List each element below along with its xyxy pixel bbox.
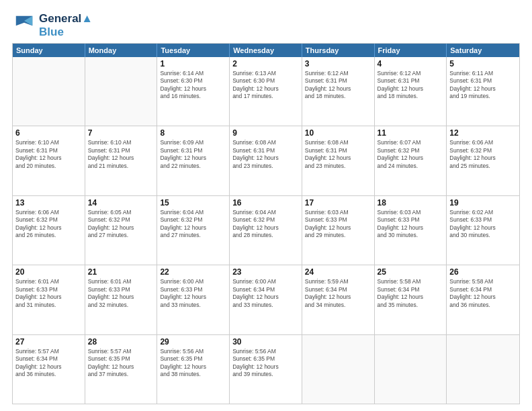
- empty-cell: [447, 335, 519, 404]
- header: General▲ Blue: [12, 12, 520, 38]
- day-number: 5: [449, 59, 517, 68]
- day-cell-3: 3Sunrise: 6:12 AMSunset: 6:31 PMDaylight…: [302, 57, 375, 126]
- day-number: 11: [378, 128, 444, 138]
- day-cell-10: 10Sunrise: 6:08 AMSunset: 6:31 PMDayligh…: [302, 126, 375, 195]
- empty-cell: [13, 57, 85, 126]
- logo-line1: General▲: [39, 12, 93, 26]
- week-row-3: 20Sunrise: 6:01 AMSunset: 6:33 PMDayligh…: [13, 265, 519, 334]
- empty-cell: [375, 335, 447, 404]
- day-info: Sunrise: 5:58 AMSunset: 6:34 PMDaylight:…: [449, 278, 517, 309]
- day-cell-19: 19Sunrise: 6:02 AMSunset: 6:33 PMDayligh…: [447, 196, 519, 265]
- empty-cell: [85, 57, 158, 126]
- day-info: Sunrise: 6:12 AMSunset: 6:31 PMDaylight:…: [378, 70, 444, 101]
- day-number: 20: [15, 267, 82, 277]
- day-info: Sunrise: 6:08 AMSunset: 6:31 PMDaylight:…: [232, 139, 299, 170]
- day-info: Sunrise: 6:04 AMSunset: 6:32 PMDaylight:…: [232, 209, 299, 240]
- day-number: 23: [232, 267, 299, 277]
- day-number: 15: [160, 198, 226, 208]
- day-number: 25: [378, 267, 444, 277]
- day-info: Sunrise: 5:57 AMSunset: 6:35 PMDaylight:…: [88, 348, 154, 379]
- svg-rect-3: [14, 27, 34, 35]
- day-cell-12: 12Sunrise: 6:06 AMSunset: 6:32 PMDayligh…: [447, 126, 519, 195]
- day-number: 26: [449, 267, 517, 277]
- day-info: Sunrise: 5:59 AMSunset: 6:34 PMDaylight:…: [305, 278, 371, 309]
- day-of-week-tuesday: Tuesday: [157, 44, 230, 57]
- week-row-2: 13Sunrise: 6:06 AMSunset: 6:32 PMDayligh…: [13, 195, 519, 265]
- day-cell-6: 6Sunrise: 6:10 AMSunset: 6:31 PMDaylight…: [13, 126, 85, 195]
- day-number: 24: [305, 267, 371, 277]
- day-info: Sunrise: 6:04 AMSunset: 6:32 PMDaylight:…: [160, 209, 226, 240]
- day-number: 28: [88, 337, 154, 347]
- day-info: Sunrise: 6:12 AMSunset: 6:31 PMDaylight:…: [305, 70, 371, 101]
- day-info: Sunrise: 6:01 AMSunset: 6:33 PMDaylight:…: [15, 278, 82, 309]
- day-cell-24: 24Sunrise: 5:59 AMSunset: 6:34 PMDayligh…: [302, 265, 375, 334]
- day-cell-15: 15Sunrise: 6:04 AMSunset: 6:32 PMDayligh…: [157, 196, 230, 265]
- day-info: Sunrise: 6:09 AMSunset: 6:31 PMDaylight:…: [160, 139, 226, 170]
- day-info: Sunrise: 6:05 AMSunset: 6:32 PMDaylight:…: [88, 209, 154, 240]
- week-row-4: 27Sunrise: 5:57 AMSunset: 6:34 PMDayligh…: [13, 334, 519, 404]
- day-info: Sunrise: 5:58 AMSunset: 6:34 PMDaylight:…: [378, 278, 444, 309]
- day-number: 17: [305, 198, 371, 208]
- day-info: Sunrise: 5:56 AMSunset: 6:35 PMDaylight:…: [160, 348, 226, 379]
- day-number: 2: [232, 59, 299, 68]
- day-cell-28: 28Sunrise: 5:57 AMSunset: 6:35 PMDayligh…: [85, 335, 158, 404]
- day-number: 18: [378, 198, 444, 208]
- day-cell-7: 7Sunrise: 6:10 AMSunset: 6:31 PMDaylight…: [85, 126, 158, 195]
- day-info: Sunrise: 6:11 AMSunset: 6:31 PMDaylight:…: [449, 70, 517, 101]
- page: General▲ Blue SundayMondayTuesdayWednesd…: [0, 0, 532, 411]
- day-cell-16: 16Sunrise: 6:04 AMSunset: 6:32 PMDayligh…: [230, 196, 302, 265]
- day-number: 19: [449, 198, 517, 208]
- day-cell-18: 18Sunrise: 6:03 AMSunset: 6:33 PMDayligh…: [375, 196, 447, 265]
- day-cell-13: 13Sunrise: 6:06 AMSunset: 6:32 PMDayligh…: [13, 196, 85, 265]
- day-number: 1: [160, 59, 226, 68]
- calendar-body: 1Sunrise: 6:14 AMSunset: 6:30 PMDaylight…: [13, 57, 519, 404]
- day-cell-17: 17Sunrise: 6:03 AMSunset: 6:33 PMDayligh…: [302, 196, 375, 265]
- day-info: Sunrise: 6:01 AMSunset: 6:33 PMDaylight:…: [88, 278, 154, 309]
- day-info: Sunrise: 6:06 AMSunset: 6:32 PMDaylight:…: [15, 209, 82, 240]
- day-cell-4: 4Sunrise: 6:12 AMSunset: 6:31 PMDaylight…: [375, 57, 447, 126]
- day-cell-21: 21Sunrise: 6:01 AMSunset: 6:33 PMDayligh…: [85, 265, 158, 334]
- day-of-week-saturday: Saturday: [447, 44, 519, 57]
- week-row-0: 1Sunrise: 6:14 AMSunset: 6:30 PMDaylight…: [13, 57, 519, 126]
- day-of-week-monday: Monday: [85, 44, 158, 57]
- logo-area: General▲ Blue: [12, 12, 93, 38]
- day-info: Sunrise: 6:13 AMSunset: 6:30 PMDaylight:…: [232, 70, 299, 101]
- logo-line2: Blue: [39, 26, 64, 38]
- day-info: Sunrise: 6:10 AMSunset: 6:31 PMDaylight:…: [15, 139, 82, 170]
- day-cell-11: 11Sunrise: 6:07 AMSunset: 6:32 PMDayligh…: [375, 126, 447, 195]
- day-number: 9: [232, 128, 299, 138]
- day-number: 4: [378, 59, 444, 68]
- day-info: Sunrise: 6:03 AMSunset: 6:33 PMDaylight:…: [378, 209, 444, 240]
- day-info: Sunrise: 6:03 AMSunset: 6:33 PMDaylight:…: [305, 209, 371, 240]
- day-cell-9: 9Sunrise: 6:08 AMSunset: 6:31 PMDaylight…: [230, 126, 302, 195]
- day-of-week-sunday: Sunday: [13, 44, 85, 57]
- day-cell-20: 20Sunrise: 6:01 AMSunset: 6:33 PMDayligh…: [13, 265, 85, 334]
- day-number: 12: [449, 128, 517, 138]
- day-number: 22: [160, 267, 226, 277]
- day-number: 13: [15, 198, 82, 208]
- calendar-header: SundayMondayTuesdayWednesdayThursdayFrid…: [13, 44, 519, 57]
- day-cell-14: 14Sunrise: 6:05 AMSunset: 6:32 PMDayligh…: [85, 196, 158, 265]
- day-number: 21: [88, 267, 154, 277]
- calendar: SundayMondayTuesdayWednesdayThursdayFrid…: [12, 43, 520, 404]
- day-cell-25: 25Sunrise: 5:58 AMSunset: 6:34 PMDayligh…: [375, 265, 447, 334]
- day-cell-30: 30Sunrise: 5:56 AMSunset: 6:35 PMDayligh…: [230, 335, 302, 404]
- day-number: 7: [88, 128, 154, 138]
- logo: General▲ Blue: [39, 12, 93, 37]
- day-cell-26: 26Sunrise: 5:58 AMSunset: 6:34 PMDayligh…: [447, 265, 519, 334]
- week-row-1: 6Sunrise: 6:10 AMSunset: 6:31 PMDaylight…: [13, 126, 519, 195]
- day-info: Sunrise: 5:56 AMSunset: 6:35 PMDaylight:…: [232, 348, 299, 379]
- day-number: 10: [305, 128, 371, 138]
- empty-cell: [302, 335, 375, 404]
- day-cell-1: 1Sunrise: 6:14 AMSunset: 6:30 PMDaylight…: [157, 57, 230, 126]
- day-number: 8: [160, 128, 226, 138]
- day-info: Sunrise: 6:14 AMSunset: 6:30 PMDaylight:…: [160, 70, 226, 101]
- day-info: Sunrise: 6:10 AMSunset: 6:31 PMDaylight:…: [88, 139, 154, 170]
- logo-icon: [12, 12, 36, 36]
- day-info: Sunrise: 6:02 AMSunset: 6:33 PMDaylight:…: [449, 209, 517, 240]
- day-info: Sunrise: 6:08 AMSunset: 6:31 PMDaylight:…: [305, 139, 371, 170]
- day-cell-5: 5Sunrise: 6:11 AMSunset: 6:31 PMDaylight…: [447, 57, 519, 126]
- day-number: 16: [232, 198, 299, 208]
- day-of-week-friday: Friday: [375, 44, 447, 57]
- day-cell-22: 22Sunrise: 6:00 AMSunset: 6:33 PMDayligh…: [157, 265, 230, 334]
